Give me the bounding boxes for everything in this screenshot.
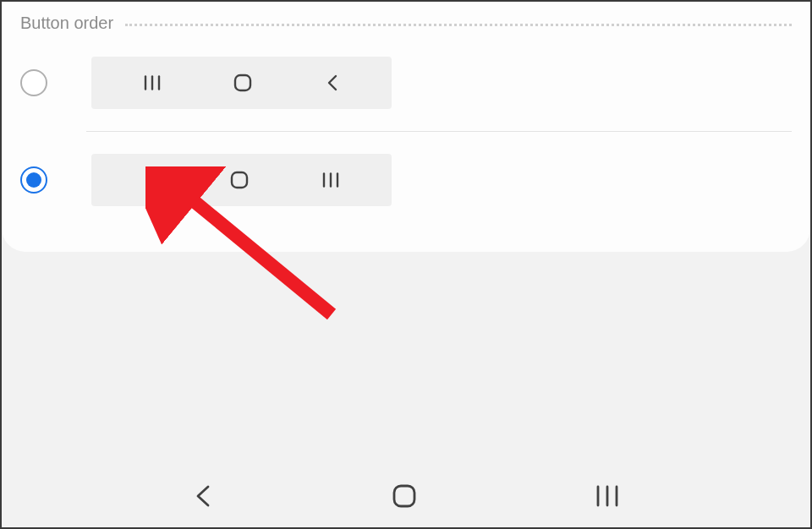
nav-home-button[interactable]: [392, 483, 417, 509]
home-icon: [233, 74, 252, 92]
nav-preview-1: [91, 57, 392, 109]
screenshot-frame: Button order: [0, 0, 812, 529]
dotted-divider: [125, 24, 792, 26]
nav-preview-2: [91, 154, 392, 206]
radio-selected[interactable]: [20, 166, 47, 194]
radio-unselected[interactable]: [20, 69, 47, 96]
back-icon: [325, 74, 340, 92]
nav-recents-button[interactable]: [595, 485, 620, 507]
svg-rect-9: [394, 486, 414, 506]
recents-icon: [143, 75, 162, 90]
svg-rect-3: [235, 75, 250, 90]
recents-icon: [321, 172, 340, 188]
nav-back-button[interactable]: [192, 483, 214, 509]
system-navigation-bar: [2, 465, 810, 527]
button-order-card: Button order: [2, 2, 810, 252]
button-order-option-2[interactable]: [2, 132, 810, 228]
section-title: Button order: [20, 14, 113, 33]
button-order-option-1[interactable]: [2, 35, 810, 131]
back-icon: [143, 171, 158, 189]
section-header: Button order: [2, 2, 810, 35]
home-icon: [230, 171, 249, 189]
svg-rect-4: [232, 172, 247, 188]
